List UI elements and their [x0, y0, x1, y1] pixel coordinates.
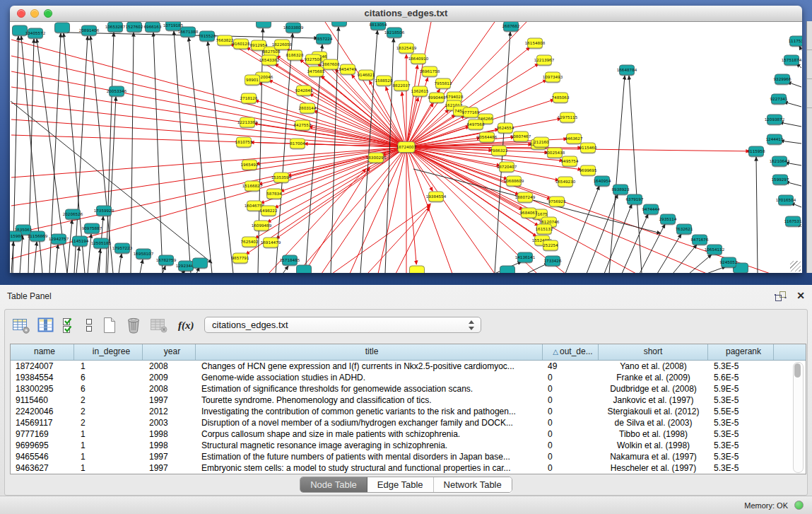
graph-node-label: 3624554: [497, 126, 514, 130]
table-cell: 1998: [143, 428, 196, 440]
table-cell: Investigating the contribution of common…: [196, 406, 543, 417]
graph-edge: [283, 266, 288, 273]
graph-node[interactable]: [193, 258, 208, 268]
column-header-title[interactable]: title: [196, 344, 543, 360]
graph-node-label: 16782759: [156, 258, 177, 262]
table-cell: 1: [74, 451, 143, 462]
table-cell: 18724007: [11, 361, 74, 372]
column-header-in-degree[interactable]: in_degree: [74, 344, 143, 360]
row-height-icon[interactable]: [83, 316, 95, 334]
table-cell: Changes of HCN gene expression and I(f) …: [196, 361, 543, 372]
graph-node[interactable]: [500, 266, 515, 273]
table-cell: Wolkin et al. (1998): [599, 440, 708, 451]
column-header-short[interactable]: short: [599, 344, 708, 360]
vertical-scrollbar[interactable]: [793, 362, 804, 473]
column-header-name[interactable]: name: [11, 344, 74, 360]
table-row[interactable]: 969969511998Structural magnetic resonanc…: [11, 440, 806, 451]
table-row[interactable]: 946362711997Embryonic stem cells: a mode…: [11, 462, 806, 474]
column-header-year[interactable]: year: [143, 344, 196, 360]
network-graph[interactable]: 1340557220891406106532871527602696616310…: [10, 22, 802, 273]
app-root: citations_edges.txt 13405572208914061065…: [0, 0, 812, 514]
graph-node[interactable]: [410, 266, 425, 273]
table-cell: Nakamura et al. (1997): [599, 451, 708, 462]
graph-node[interactable]: [55, 23, 70, 33]
resize-grip-icon[interactable]: [790, 261, 801, 271]
minimize-window-icon[interactable]: [30, 9, 39, 18]
table-cell: 2: [74, 406, 143, 417]
table-row[interactable]: 977716911998Corpus callosum shape and si…: [11, 428, 806, 440]
graph-node-label: 18300295: [366, 156, 387, 160]
table-cell: Tibbo et al. (1998): [599, 428, 708, 440]
new-table-icon[interactable]: [101, 316, 118, 334]
graph-edge: [689, 255, 712, 273]
graph-node-label: 15751874: [782, 58, 802, 62]
graph-node-label: 7485063: [552, 95, 570, 100]
table-row[interactable]: 1872400712008Changes of HCN gene express…: [11, 361, 806, 372]
graph-node-label: 15353594: [271, 175, 292, 180]
table-row[interactable]: 946554611997Estimation of the future num…: [11, 451, 806, 462]
table-cell: 0: [543, 383, 599, 395]
function-builder-icon[interactable]: f(x): [178, 320, 194, 332]
zoom-window-icon[interactable]: [44, 9, 52, 18]
table-row[interactable]: 1456911722003Disruption of a novel membe…: [11, 417, 806, 428]
sort-ascending-icon: △: [553, 348, 558, 356]
graph-node-label: 8822037: [393, 83, 411, 88]
column-chooser-icon[interactable]: [37, 317, 55, 334]
delete-rows-icon[interactable]: [124, 316, 143, 334]
graph-node-label: 7857224: [315, 37, 333, 41]
graph-node-label: 1167531: [784, 219, 802, 223]
table-row[interactable]: 2242004622012Investigating the contribut…: [11, 406, 806, 417]
graph-node-label: 16914479: [261, 240, 281, 245]
column-header-out-de-[interactable]: △out_de...: [543, 344, 599, 360]
graph-node-label: 19218506: [384, 30, 405, 35]
tab-node-table[interactable]: Node Table: [300, 477, 367, 492]
graph-node-label: 1527602: [126, 25, 143, 29]
table-selector-dropdown[interactable]: citations_edges.txt: [204, 317, 481, 333]
float-panel-icon[interactable]: [774, 291, 787, 303]
window-titlebar[interactable]: citations_edges.txt: [10, 6, 802, 22]
graph-node-label: 2803144: [299, 106, 317, 110]
network-window: citations_edges.txt 13405572208914061065…: [10, 6, 802, 273]
table-cell: 5.3E-5: [708, 417, 774, 428]
table-cell: Yano et al. (2008): [599, 361, 708, 372]
memory-status-label: Memory: OK: [744, 501, 788, 510]
table-cell: 5.3E-5: [708, 395, 774, 406]
graph-node-label: 1145194: [71, 239, 89, 243]
scrollbar-thumb[interactable]: [794, 363, 801, 378]
close-panel-icon[interactable]: ✕: [796, 290, 805, 301]
graph-node-label: 12505185: [91, 241, 112, 245]
graph-edge: [657, 234, 681, 273]
graph-node[interactable]: [332, 22, 347, 26]
tab-network-table[interactable]: Network Table: [434, 477, 512, 492]
table-row[interactable]: 1830029562008Estimation of significance …: [11, 383, 806, 395]
graph-node-label: 8115958: [748, 149, 765, 153]
table-cell: 0: [543, 440, 599, 451]
graph-node[interactable]: [297, 265, 312, 273]
graph-node-label: 16154808: [525, 41, 546, 45]
graph-edge: [153, 33, 163, 273]
graph-edge: [367, 206, 430, 273]
close-window-icon[interactable]: [17, 9, 25, 18]
table-cell: Estimation of the future numbers of pati…: [196, 451, 543, 462]
network-canvas[interactable]: 1340557220891406106532871527602696616310…: [10, 22, 802, 273]
graph-node-label: 1498222: [260, 209, 278, 213]
table-settings-icon[interactable]: [12, 317, 30, 334]
graph-node-label: 8427552: [294, 123, 312, 127]
select-rows-icon[interactable]: [61, 316, 77, 334]
table-row[interactable]: 1938455462009Genome-wide association stu…: [11, 372, 806, 383]
delete-table-icon: [149, 317, 169, 334]
graph-edge: [402, 92, 406, 147]
table-row[interactable]: 911546021997Tourette syndrome. Phenomeno…: [11, 395, 806, 406]
table-cell: 1997: [143, 462, 196, 474]
column-header-pagerank[interactable]: pagerank: [708, 344, 774, 360]
tab-edge-table[interactable]: Edge Table: [367, 477, 434, 492]
table-cell: Corpus callosum shape and size in male p…: [196, 428, 543, 440]
table-cell: 1997: [143, 451, 196, 462]
graph-node-label: 18720407: [497, 165, 517, 169]
graph-node[interactable]: [257, 22, 271, 28]
graph-edge: [673, 245, 697, 273]
table-panel-content: f(x) citations_edges.txt namein_degreeye…: [4, 309, 808, 496]
graph-edge: [174, 31, 191, 273]
graph-node-label: 6794028: [446, 95, 464, 99]
graph-node-label: 20564486: [477, 135, 498, 139]
